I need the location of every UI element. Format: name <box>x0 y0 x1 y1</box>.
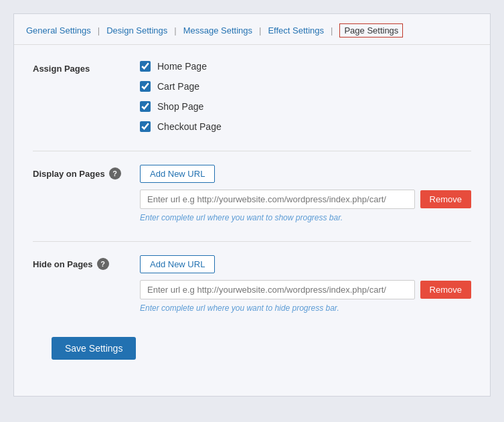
checkbox-home-item: Home Page <box>140 61 471 72</box>
display-on-pages-row: Display on Pages ? Add New URL Remove En… <box>33 165 471 222</box>
divider-2 <box>33 241 471 242</box>
display-on-pages-label-group: Display on Pages ? <box>33 165 140 180</box>
hide-hint-text: Enter complete url where you want to hid… <box>140 303 471 313</box>
hide-on-pages-label-group: Hide on Pages ? <box>33 255 140 270</box>
display-on-pages-label: Display on Pages <box>33 169 105 179</box>
checkbox-home-label: Home Page <box>157 61 207 72</box>
assign-pages-row: Assign Pages Home Page Cart Page Shop Pa… <box>33 61 471 132</box>
hide-on-pages-row: Hide on Pages ? Add New URL Remove Enter… <box>33 255 471 313</box>
checkbox-checkout-item: Checkout Page <box>140 121 471 132</box>
hide-on-pages-field: Add New URL Remove Enter complete url wh… <box>140 255 471 313</box>
hide-add-url-button[interactable]: Add New URL <box>140 255 215 273</box>
main-content: Assign Pages Home Page Cart Page Shop Pa… <box>14 45 490 376</box>
tab-page[interactable]: Page Settings <box>339 23 403 38</box>
divider-1 <box>33 151 471 151</box>
tab-effect[interactable]: Effect Settings <box>268 25 324 36</box>
checkbox-shop-label: Shop Page <box>157 101 203 112</box>
display-add-url-button[interactable]: Add New URL <box>140 165 215 183</box>
save-settings-button[interactable]: Save Settings <box>52 337 136 360</box>
nav-tabs: General Settings | Design Settings | Mes… <box>14 14 490 45</box>
checkbox-home[interactable] <box>140 61 151 72</box>
assign-pages-label: Assign Pages <box>33 61 140 74</box>
display-hint-text: Enter complete url where you want to sho… <box>140 213 471 222</box>
checkbox-cart-label: Cart Page <box>157 81 199 92</box>
display-remove-button[interactable]: Remove <box>420 190 471 208</box>
checkbox-checkout-label: Checkout Page <box>157 121 222 132</box>
tab-message[interactable]: Message Settings <box>183 25 252 36</box>
separator-1: | <box>98 25 100 36</box>
checkbox-group: Home Page Cart Page Shop Page Checkout P… <box>140 61 471 132</box>
hide-on-pages-label: Hide on Pages <box>33 259 93 269</box>
tab-design[interactable]: Design Settings <box>106 25 167 36</box>
checkbox-shop-item: Shop Page <box>140 101 471 112</box>
display-url-input[interactable] <box>140 190 415 209</box>
hide-remove-button[interactable]: Remove <box>420 281 471 299</box>
checkbox-cart-item: Cart Page <box>140 81 471 92</box>
display-url-row: Remove <box>140 190 471 209</box>
checkbox-shop[interactable] <box>140 101 151 112</box>
page-container: General Settings | Design Settings | Mes… <box>13 13 491 397</box>
assign-pages-field: Home Page Cart Page Shop Page Checkout P… <box>140 61 471 132</box>
display-on-pages-field: Add New URL Remove Enter complete url wh… <box>140 165 471 222</box>
separator-2: | <box>174 25 176 36</box>
separator-4: | <box>331 25 333 36</box>
hide-url-input[interactable] <box>140 280 415 299</box>
checkbox-cart[interactable] <box>140 81 151 92</box>
tab-general[interactable]: General Settings <box>26 25 91 36</box>
separator-3: | <box>259 25 261 36</box>
hide-url-row: Remove <box>140 280 471 299</box>
display-help-icon[interactable]: ? <box>109 167 121 180</box>
hide-help-icon[interactable]: ? <box>97 258 109 270</box>
checkbox-checkout[interactable] <box>140 121 151 132</box>
